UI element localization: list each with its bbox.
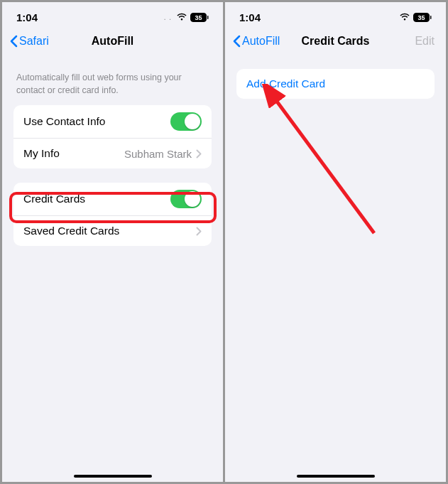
back-label: Safari [19, 35, 49, 48]
cell-dots: . . [164, 14, 172, 21]
home-indicator[interactable] [297, 475, 375, 478]
add-credit-card-button[interactable]: Add Credit Card [236, 69, 435, 99]
nav-bar: AutoFill Credit Cards Edit [225, 28, 446, 55]
status-bar: 1:04 35 [225, 2, 446, 28]
chevron-right-icon [196, 149, 202, 158]
status-time: 1:04 [16, 11, 38, 23]
battery-icon: 35 [413, 13, 432, 22]
nav-bar: Safari AutoFill [2, 28, 223, 55]
annotation-arrow-icon [261, 84, 381, 240]
back-button[interactable]: Safari [9, 35, 59, 48]
svg-rect-4 [430, 16, 432, 19]
chevron-left-icon [9, 35, 18, 48]
chevron-right-icon [196, 227, 202, 236]
nav-title: Credit Cards [301, 35, 369, 48]
toggle-use-contact-info[interactable] [170, 112, 202, 131]
status-time: 1:04 [239, 11, 261, 23]
status-icons: . . 35 [164, 13, 209, 22]
my-info-value: Subham Stark [124, 148, 192, 160]
svg-line-6 [273, 97, 374, 233]
wifi-icon [176, 13, 187, 21]
edit-button[interactable]: Edit [410, 35, 439, 48]
svg-text:35: 35 [417, 14, 425, 21]
battery-icon: 35 [190, 13, 209, 22]
group-contact: Use Contact Info My Info Subham Stark [13, 105, 212, 168]
status-bar: 1:04 . . 35 [2, 2, 223, 28]
row-credit-cards: Credit Cards [13, 183, 212, 216]
row-my-info[interactable]: My Info Subham Stark [13, 139, 212, 168]
svg-text:35: 35 [195, 14, 202, 21]
row-saved-credit-cards[interactable]: Saved Credit Cards [13, 216, 212, 246]
row-label: Credit Cards [23, 193, 85, 205]
row-label: Use Contact Info [23, 115, 105, 128]
home-indicator[interactable] [74, 475, 152, 478]
phone-right-credit-cards: 1:04 35 AutoFill Credit Cards Edit Add C… [225, 2, 446, 482]
row-use-contact-info: Use Contact Info [13, 105, 212, 139]
row-value-group: Subham Stark [124, 148, 202, 160]
toggle-credit-cards[interactable] [170, 190, 202, 208]
hint-text: Automatically fill out web forms using y… [13, 59, 212, 105]
row-label: My Info [23, 147, 60, 160]
phone-left-autofill: 1:04 . . 35 Safari AutoFill Automaticall… [2, 2, 223, 482]
wifi-icon [399, 13, 410, 21]
chevron-left-icon [232, 35, 241, 48]
svg-rect-1 [207, 16, 209, 19]
back-label: AutoFill [242, 35, 280, 48]
group-add-card: Add Credit Card [236, 69, 435, 99]
back-button[interactable]: AutoFill [232, 35, 282, 48]
nav-title: AutoFill [92, 35, 134, 48]
content-area: Automatically fill out web forms using y… [2, 55, 223, 264]
status-icons: 35 [399, 13, 432, 22]
row-label: Saved Credit Cards [23, 225, 119, 237]
group-credit-cards: Credit Cards Saved Credit Cards [13, 183, 212, 246]
